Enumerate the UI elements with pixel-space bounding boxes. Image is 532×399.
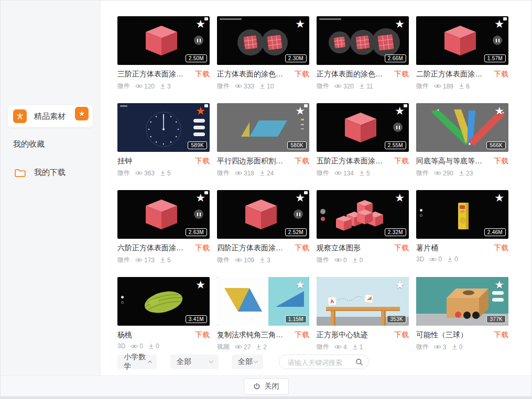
material-thumbnail[interactable]: ★2.66M: [317, 16, 409, 65]
download-button[interactable]: 下载: [494, 70, 508, 79]
material-type-label: 微件: [117, 169, 130, 178]
view-stat: 3: [434, 343, 447, 351]
close-button[interactable]: 关闭: [244, 378, 289, 395]
material-thumbnail[interactable]: ★2.32M: [317, 190, 409, 239]
star-icon: ★: [75, 107, 89, 120]
thumbnail-action-pills[interactable]: [492, 291, 504, 302]
view-count: 363: [144, 170, 155, 177]
pause-icon[interactable]: [194, 36, 203, 45]
favorite-star-icon[interactable]: ★: [395, 279, 405, 291]
download-button[interactable]: 下载: [195, 330, 210, 340]
material-card: ★580K 平行四边形面积割补法 下载 微件 318 24: [217, 103, 309, 178]
view-count: 3: [443, 343, 447, 351]
view-stat: 0: [429, 256, 442, 263]
material-title: 五阶正方体表面涂色...: [317, 157, 383, 166]
thumbnail-action-pills[interactable]: [193, 119, 205, 136]
eye-icon: [235, 257, 242, 263]
material-title: 三阶正方体表面涂色...: [117, 70, 183, 79]
material-type-label: 3D: [416, 256, 424, 263]
category-dropdown-2[interactable]: 全部: [232, 354, 263, 369]
download-button[interactable]: 下载: [494, 330, 508, 340]
download-button[interactable]: 下载: [494, 157, 508, 166]
download-stat: 24: [259, 170, 274, 177]
material-thumbnail[interactable]: ★3.41M: [117, 277, 210, 326]
material-title: 杨桃: [117, 330, 132, 340]
sidebar-menu: 精品素材 ★ 我的收藏 我的下载: [8, 105, 93, 183]
material-thumbnail[interactable]: ★580K: [217, 103, 309, 152]
download-button[interactable]: 下载: [394, 70, 409, 79]
download-icon: [359, 83, 365, 89]
favorite-star-icon[interactable]: ★: [295, 18, 305, 30]
download-button[interactable]: 下载: [195, 157, 210, 166]
material-thumbnail[interactable]: ★566K: [416, 103, 508, 152]
pause-icon[interactable]: [294, 209, 303, 219]
sidebar-item-label: 我的收藏: [13, 139, 45, 149]
file-size-badge: 1.15M: [285, 315, 307, 323]
download-button[interactable]: 下载: [295, 157, 309, 166]
material-thumbnail[interactable]: ★1.57M: [416, 16, 508, 65]
material-thumbnail[interactable]: ★1.15M: [217, 277, 309, 326]
thumbnail-watermark: [120, 105, 127, 107]
material-thumbnail[interactable]: ★2.46M: [416, 190, 508, 239]
download-button[interactable]: 下载: [295, 70, 309, 79]
category-dropdown-1[interactable]: 全部: [170, 354, 219, 369]
favorite-star-icon[interactable]: ★: [395, 18, 405, 30]
material-thumbnail[interactable]: ★2.50M: [117, 16, 210, 65]
card-stats-row: 微件 4 1: [317, 342, 409, 351]
favorite-star-icon[interactable]: ★: [196, 18, 205, 30]
pause-icon[interactable]: [393, 123, 403, 132]
search-icon[interactable]: [355, 358, 363, 366]
view-stat: 109: [235, 257, 254, 264]
material-thumbnail[interactable]: ★589K: [117, 103, 210, 152]
material-thumbnail[interactable]: ★2.55M: [317, 103, 409, 152]
favorite-star-icon[interactable]: ★: [494, 279, 504, 291]
favorite-star-icon[interactable]: ★: [494, 192, 504, 204]
download-button[interactable]: 下载: [394, 330, 409, 340]
view-count: 0: [438, 256, 442, 263]
chevron-up-icon: [148, 360, 152, 363]
download-count: 24: [267, 170, 274, 177]
download-button[interactable]: 下载: [195, 243, 210, 253]
sidebar-item-my-favorites[interactable]: ★ 我的收藏: [8, 135, 93, 153]
favorite-star-icon[interactable]: ★: [494, 18, 504, 30]
subject-dropdown[interactable]: 小学数学: [117, 354, 157, 369]
favorite-star-icon[interactable]: ★: [395, 105, 405, 117]
eye-icon: [434, 170, 441, 176]
material-thumbnail[interactable]: ★2.52M: [217, 190, 309, 239]
card-title-row: 三阶正方体表面涂色... 下载: [117, 70, 210, 79]
search-input[interactable]: [287, 356, 358, 369]
material-thumbnail[interactable]: ★377K: [416, 277, 508, 326]
download-button[interactable]: 下载: [494, 243, 508, 253]
favorite-star-icon[interactable]: ★: [196, 105, 205, 117]
download-count: 2: [263, 343, 267, 351]
favorite-star-icon[interactable]: ★: [295, 279, 305, 291]
file-size-badge: 3.41M: [186, 315, 207, 323]
view-stat: 27: [235, 343, 251, 351]
favorite-star-icon[interactable]: ★: [196, 192, 205, 204]
material-card: ★566K 同底等高与等底等高... 下载 微件 290 23: [416, 103, 508, 178]
eye-icon: [334, 170, 342, 176]
favorite-star-icon[interactable]: ★: [395, 192, 405, 204]
material-thumbnail[interactable]: A★353K: [317, 277, 409, 326]
favorite-star-icon[interactable]: ★: [196, 279, 205, 291]
material-thumbnail[interactable]: ★2.30M: [217, 16, 309, 65]
category-dropdown-2-value: 全部: [238, 357, 253, 367]
pause-icon[interactable]: [194, 209, 203, 219]
favorite-star-icon[interactable]: ★: [494, 105, 504, 117]
sidebar: 精品素材 ★ 我的收藏 我的下载: [1, 1, 101, 375]
favorite-star-icon[interactable]: ★: [295, 105, 305, 117]
view-count: 27: [244, 343, 251, 351]
download-button[interactable]: 下载: [295, 243, 309, 253]
download-button[interactable]: 下载: [394, 243, 409, 253]
pause-icon[interactable]: [493, 36, 502, 45]
sidebar-item-my-downloads[interactable]: 我的下载: [8, 161, 93, 183]
favorite-star-icon[interactable]: ★: [295, 192, 305, 204]
eye-icon: [334, 257, 342, 263]
material-type-label: 微件: [117, 82, 130, 91]
card-title-row: 平行四边形面积割补法 下载: [217, 157, 309, 166]
material-thumbnail[interactable]: ★2.63M: [117, 190, 210, 239]
download-button[interactable]: 下载: [394, 157, 409, 166]
card-title-row: 挂钟 下载: [117, 157, 210, 166]
download-button[interactable]: 下载: [295, 330, 309, 340]
download-button[interactable]: 下载: [195, 70, 210, 79]
